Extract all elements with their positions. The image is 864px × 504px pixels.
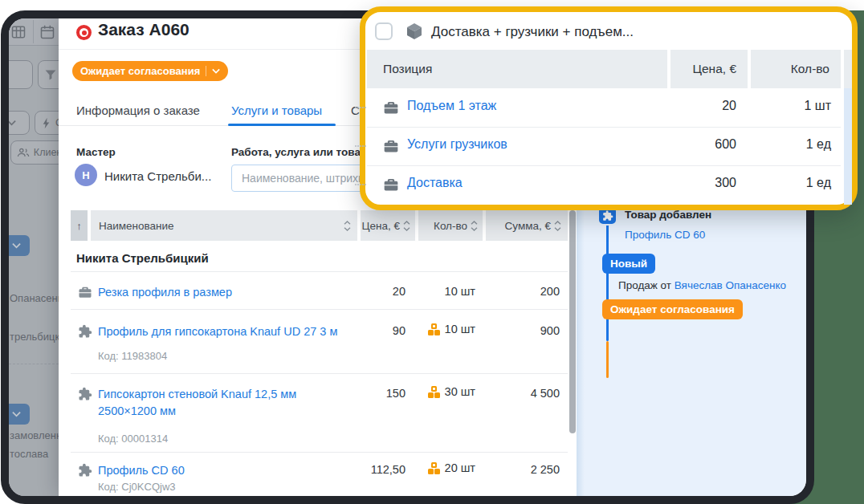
lightning-icon [41, 117, 51, 129]
item-qty-value: 30 шт [445, 385, 475, 398]
item-code: Код: 00001314 [98, 433, 168, 445]
row-divider [71, 271, 568, 272]
bundle-item-link[interactable]: Услуги грузчиков [407, 137, 507, 152]
chevron-down-icon [12, 411, 21, 417]
bundle-popup: Доставка + грузчики + подъем... Позиция … [360, 6, 858, 210]
column-header-sum[interactable]: Сумма, € [486, 210, 568, 241]
bundle-item-link[interactable]: Подъем 1 этаж [407, 99, 496, 113]
bundle-item-price: 600 [672, 137, 736, 152]
column-header-name[interactable]: Наименование [91, 210, 357, 241]
bundle-item-qty: 1 ед [760, 176, 831, 190]
clients-icon [17, 147, 30, 158]
briefcase-icon [383, 100, 399, 116]
master-name[interactable]: Никита Стрельби... [104, 169, 211, 183]
bundle-item-price: 20 [672, 99, 736, 113]
stock-cubes-icon [428, 386, 440, 398]
client-button[interactable]: Клиент [10, 140, 59, 165]
bundle-item-link[interactable]: Доставка [407, 176, 463, 190]
column-header-price[interactable]: Цена, € [361, 210, 415, 241]
item-qty: 30 шт [395, 385, 475, 398]
quick-action-button[interactable]: С [35, 111, 59, 135]
timeline-line-blue [606, 207, 609, 341]
sort-direction-header[interactable]: ↑ [71, 210, 88, 241]
column-header-qty[interactable]: Кол-во [418, 210, 483, 241]
drag-handle-icon[interactable] [355, 145, 357, 147]
item-sum: 200 [487, 285, 560, 298]
column-header-label: Сумма, € [505, 220, 551, 232]
item-link[interactable]: Профиль CD 60 [98, 462, 339, 479]
item-sum: 2 250 [487, 463, 560, 476]
active-tab-underline [228, 124, 336, 126]
badge-separator [206, 66, 206, 76]
master-label: Мастер [76, 146, 116, 158]
popup-column-header-price: Цена, € [670, 50, 748, 88]
sort-icon [403, 221, 410, 231]
topbar-divider [33, 20, 34, 43]
item-name-line2: 2500×1200 мм [98, 404, 176, 417]
background-blue-dropdown[interactable] [9, 235, 30, 256]
background-topbar [9, 18, 59, 46]
page-title: Заказ A060 [98, 20, 190, 39]
background-blue-dropdown[interactable] [9, 404, 30, 425]
drag-handle-icon[interactable] [355, 107, 357, 108]
order-marker-icon [76, 25, 92, 40]
background-text: трельбицки [10, 331, 59, 343]
popup-column-header-position: Позиция [367, 50, 667, 88]
item-sum: 4 500 [487, 387, 560, 400]
briefcase-icon [78, 285, 92, 299]
timeline-line-orange [606, 341, 609, 378]
drag-handle-icon[interactable] [355, 184, 357, 185]
column-header-label: Наименование [99, 220, 174, 232]
item-qty: 20 шт [395, 461, 475, 474]
column-header-label: Цена, € [362, 220, 400, 232]
filter-button[interactable] [38, 60, 59, 89]
item-sum: 900 [487, 324, 560, 337]
status-badge-waiting: Ожидает согласования [602, 299, 743, 319]
client-button-label: Клиент [34, 147, 59, 158]
item-link[interactable]: Гипсокартон стеновой Knauf 12,5 мм 2500×… [98, 386, 339, 420]
briefcase-icon [383, 177, 399, 193]
row-divider [71, 373, 568, 374]
stock-cubes-icon [428, 462, 440, 474]
popup-scroll-gutter [844, 88, 852, 205]
item-qty-value: 10 шт [445, 323, 475, 335]
event-item-link[interactable]: Профиль CD 60 [625, 229, 705, 241]
puzzle-icon [78, 387, 92, 401]
bundle-item-price: 300 [672, 176, 736, 190]
event-title: Товар добавлен [625, 209, 711, 221]
background-divider [9, 364, 59, 364]
popup-header-gutter [844, 50, 852, 88]
background-text: замовлення [10, 429, 59, 441]
list-item[interactable]: Подъем 1 этаж 20 1 шт [365, 88, 841, 127]
status-badge-new: Новый [602, 254, 655, 274]
bundle-item-qty: 1 ед [760, 137, 831, 152]
sort-icon [554, 221, 561, 231]
tab-services-goods[interactable]: Услуги и товары [231, 104, 322, 117]
bundle-checkbox[interactable] [375, 22, 393, 40]
item-link[interactable]: Профиль для гипсокартона Knauf UD 27 3 м [98, 323, 363, 340]
dimmed-background-app: С Клиент Опанасенко трельбицки замовленн… [9, 18, 59, 496]
background-text: Опанасенко [10, 292, 59, 304]
background-text: тослава [10, 448, 48, 460]
background-dropdown-button[interactable] [9, 111, 30, 135]
column-header-label: Кол-во [434, 220, 467, 232]
item-qty-value: 20 шт [445, 461, 475, 474]
stock-cubes-icon [428, 323, 440, 335]
order-status-label: Ожидает согласования [80, 65, 200, 77]
bundle-item-qty: 1 шт [760, 99, 831, 113]
tab-order-info[interactable]: Информация о заказе [76, 104, 200, 117]
order-status-dropdown[interactable]: Ожидает согласования [72, 61, 228, 81]
row-divider [71, 452, 568, 453]
salesperson-link[interactable]: Вячеслав Опанасенко [674, 279, 786, 291]
item-name-line1: Гипсокартон стеновой Knauf 12,5 мм [98, 388, 296, 400]
item-link[interactable]: Резка профиля в размер [98, 284, 339, 301]
chevron-down-icon [212, 68, 220, 74]
background-button-partial[interactable] [9, 60, 33, 89]
item-price: 20 [341, 285, 406, 298]
popup-column-header-qty: Кол-во [751, 50, 841, 88]
vertical-scrollbar[interactable] [569, 210, 576, 433]
avatar: Н [75, 164, 97, 186]
list-item[interactable]: Доставка 300 1 ед [365, 165, 841, 204]
list-item[interactable]: Услуги грузчиков 600 1 ед [365, 127, 841, 165]
chevron-down-icon [9, 120, 16, 126]
